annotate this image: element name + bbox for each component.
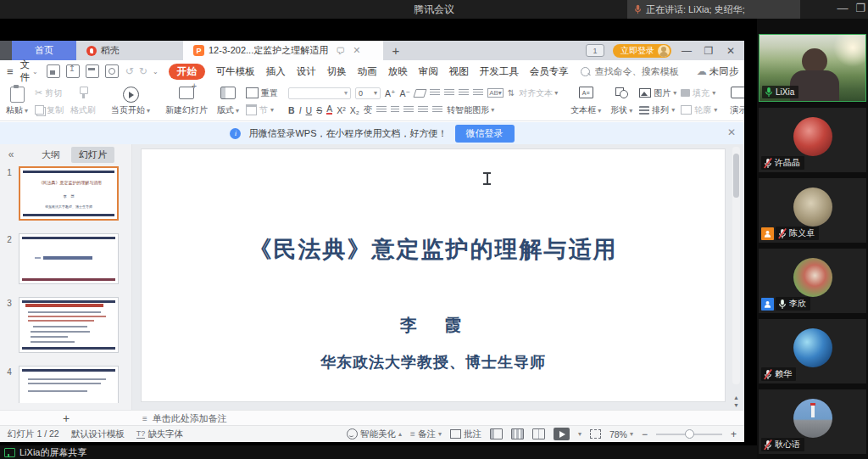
- thumb-canvas[interactable]: [19, 366, 119, 403]
- arrange-button[interactable]: 排列▾: [639, 104, 676, 116]
- next-slide-button[interactable]: ▼: [731, 402, 742, 408]
- template-name[interactable]: 默认设计模板: [71, 428, 125, 440]
- zoom-slider-knob[interactable]: [685, 429, 694, 439]
- align-text-button[interactable]: 对齐文本▾: [519, 87, 558, 99]
- zoom-level[interactable]: 78% ▾: [609, 429, 633, 439]
- tab-view[interactable]: 视图: [449, 65, 469, 78]
- add-slide-button[interactable]: +: [0, 411, 132, 425]
- notes-placeholder[interactable]: 单击此处添加备注: [153, 412, 227, 425]
- align-right-icon[interactable]: [403, 106, 414, 114]
- tab-slideshow[interactable]: 放映: [388, 65, 408, 78]
- redo-icon[interactable]: ↻: [139, 65, 147, 77]
- underline-button[interactable]: U: [306, 105, 313, 115]
- to-smart-graphic-button[interactable]: 转智能图形▾: [447, 104, 494, 116]
- tab-home[interactable]: 首页: [12, 41, 76, 60]
- bullet-list-icon[interactable]: [430, 89, 440, 97]
- section-button[interactable]: 节▾: [246, 104, 278, 116]
- participant-tile-lixia[interactable]: LiXia: [759, 34, 866, 102]
- tab-docer[interactable]: 稻壳: [76, 41, 154, 60]
- copy-button[interactable]: 复制: [35, 104, 64, 116]
- wps-restore-button[interactable]: ❐: [702, 45, 715, 57]
- slide-layout-button[interactable]: 版式▾: [214, 85, 242, 118]
- export-icon[interactable]: [66, 64, 80, 78]
- comment-bubble-icon[interactable]: 🗩: [336, 46, 345, 56]
- participant-tile-laihua[interactable]: 赖华: [759, 319, 866, 383]
- play-from-current-button[interactable]: 当页开始▾: [108, 85, 153, 118]
- cut-button[interactable]: ✂ 剪切: [35, 87, 64, 99]
- decrease-font-icon[interactable]: A⁻: [400, 88, 411, 98]
- tab-review[interactable]: 审阅: [419, 65, 438, 78]
- slide-canvas[interactable]: 《民法典》意定监护的理解与适用 李 霞 华东政法大学教授、博士生导师: [141, 148, 726, 402]
- save-icon[interactable]: [47, 64, 60, 78]
- slide-thumbnail-1[interactable]: 1 《民法典》意定监护的理解与适用 李 霞 华东政法大学教授、博士生导师: [0, 166, 131, 221]
- participant-tile-xujingjing[interactable]: 许晶晶: [759, 108, 866, 172]
- new-tab-button[interactable]: +: [383, 41, 409, 60]
- align-center-icon[interactable]: [391, 106, 399, 114]
- wechat-login-button[interactable]: 微信登录: [455, 125, 515, 143]
- shape-button[interactable]: 形状▾: [608, 85, 635, 118]
- tab-animation[interactable]: 动画: [358, 65, 377, 78]
- comments-button[interactable]: 批注: [450, 428, 481, 440]
- undo-icon[interactable]: ↺: [125, 65, 134, 77]
- participant-tile-lixin[interactable]: 李欣: [759, 249, 866, 313]
- zoom-out-button[interactable]: −: [642, 428, 648, 440]
- slide-thumbnail-2[interactable]: 2: [0, 233, 131, 284]
- play-options-icon[interactable]: ▾: [578, 430, 581, 438]
- scrollbar-thumb[interactable]: [733, 154, 739, 198]
- tab-close-icon[interactable]: ✕: [353, 45, 360, 56]
- font-color-button[interactable]: A: [326, 105, 332, 115]
- clear-format-icon[interactable]: [414, 89, 427, 98]
- decrease-indent-icon[interactable]: [459, 89, 469, 97]
- reset-button[interactable]: 重置: [246, 87, 278, 99]
- strikethrough-button[interactable]: S: [316, 105, 322, 115]
- zoom-slider[interactable]: [656, 434, 722, 435]
- hamburger-icon[interactable]: ≡: [7, 65, 14, 78]
- tab-outline[interactable]: 大纲: [34, 147, 68, 163]
- text-direction-icon[interactable]: AB▾: [487, 88, 504, 98]
- format-painter-button[interactable]: 格式刷: [68, 85, 98, 118]
- text-box-button[interactable]: A≡ 文本框▾: [568, 85, 604, 118]
- bold-button[interactable]: B: [288, 105, 295, 115]
- align-left-icon[interactable]: [376, 106, 387, 114]
- tab-member[interactable]: 会员专享: [530, 65, 569, 78]
- line-spacing-icon[interactable]: ⇅: [508, 88, 515, 98]
- font-family-select[interactable]: ▾: [288, 87, 351, 99]
- tab-start[interactable]: 开始: [169, 64, 205, 80]
- wps-minimize-button[interactable]: —: [680, 45, 693, 57]
- reading-view-icon[interactable]: [532, 428, 545, 439]
- slide-thumbnail-4[interactable]: 4: [0, 366, 131, 403]
- thumb-canvas[interactable]: [19, 233, 119, 284]
- participant-tile-chenyizhuo[interactable]: 陈义卓: [759, 178, 866, 243]
- tab-document[interactable]: P 12-3-202...定监护之理解适用 🗩 ✕: [183, 41, 383, 60]
- slide-sorter-view-icon[interactable]: [511, 428, 524, 439]
- superscript-button[interactable]: X²: [337, 105, 346, 115]
- print-preview-icon[interactable]: [105, 64, 119, 78]
- slide-thumbnail-3[interactable]: 3: [0, 297, 131, 353]
- zoom-in-button[interactable]: +: [731, 428, 737, 440]
- print-icon[interactable]: [86, 64, 99, 78]
- file-menu[interactable]: 文件 ⌄: [20, 59, 38, 84]
- meeting-restore-button[interactable]: ❐: [852, 0, 868, 19]
- outline-button[interactable]: 轮廓▾: [681, 104, 717, 116]
- update-badge[interactable]: 1: [586, 44, 604, 57]
- tab-insert[interactable]: 插入: [266, 65, 286, 78]
- participant-tile-gengxinyu[interactable]: 耿心语: [759, 389, 866, 454]
- increase-indent-icon[interactable]: [473, 89, 483, 97]
- paragraph-spacing-icon[interactable]: [432, 106, 442, 114]
- tab-design[interactable]: 设计: [297, 65, 316, 78]
- command-search[interactable]: [581, 65, 690, 77]
- present-button[interactable]: 演示: [727, 85, 744, 118]
- missing-font-warning[interactable]: T? 缺失字体: [136, 428, 184, 440]
- normal-view-icon[interactable]: [490, 428, 503, 439]
- smart-beautify-button[interactable]: 智能美化 ▴: [347, 428, 402, 440]
- italic-button[interactable]: I: [299, 105, 302, 115]
- notes-toggle-button[interactable]: ≡ 备注 ▾: [410, 428, 442, 440]
- fill-button[interactable]: 填充▾: [681, 87, 717, 99]
- login-button[interactable]: 立即登录: [613, 44, 671, 58]
- search-input[interactable]: [593, 65, 690, 77]
- tab-keniu-template[interactable]: 可牛模板: [216, 65, 255, 78]
- tab-devtools[interactable]: 开发工具: [480, 65, 519, 78]
- justify-icon[interactable]: [418, 106, 428, 114]
- thumb-canvas[interactable]: [19, 297, 119, 353]
- slideshow-play-button[interactable]: [554, 428, 570, 440]
